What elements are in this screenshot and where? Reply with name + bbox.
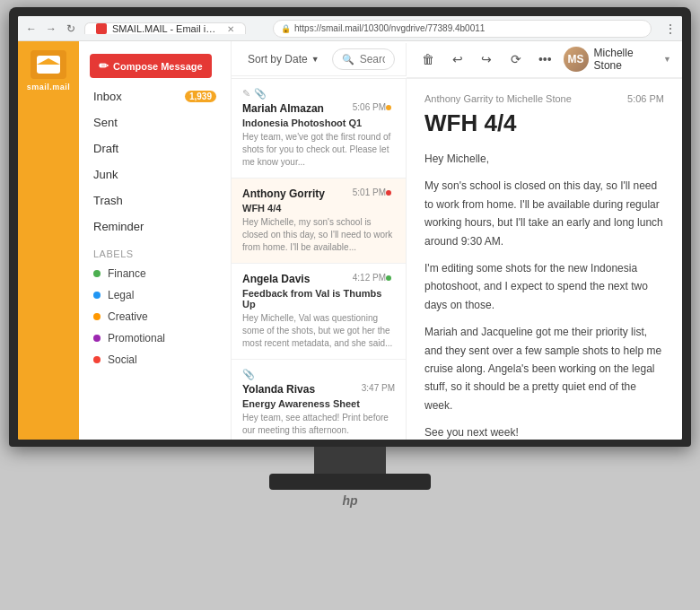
label-social[interactable]: Social [79, 349, 231, 370]
email-view-toolbar: 🗑 ↩ ↪ ⟳ ••• MS Michelle Stone ▼ [407, 41, 682, 78]
email-view-time: 5:06 PM [627, 93, 664, 104]
time-0: 5:06 PM [353, 102, 386, 112]
email-list: ✎ 📎 Mariah Almazan 5:06 PM Indonesia Pho… [232, 79, 407, 440]
sort-label: Sort by Date [248, 53, 308, 65]
sidebar-item-draft[interactable]: Draft [79, 135, 231, 161]
finance-dot [93, 270, 101, 277]
monitor-foot [269, 474, 431, 490]
compose-area: ✏ Compose Message [79, 48, 231, 83]
user-name: Michelle Stone [594, 47, 658, 72]
search-box[interactable]: 🔍 [332, 48, 395, 70]
monitor-neck [314, 447, 386, 474]
sidebar-item-trash[interactable]: Trash [79, 187, 231, 214]
label-legal[interactable]: Legal [79, 284, 231, 306]
sender-3: Yolanda Rivas [242, 383, 358, 396]
back-btn[interactable]: ← [23, 21, 39, 37]
more-button[interactable]: ••• [534, 48, 556, 71]
finance-label: Finance [108, 267, 146, 280]
body-line-2: I'm editing some shots for the new Indon… [424, 259, 664, 314]
email-subject-main: WFH 4/4 [424, 109, 664, 137]
from-to-label: Anthony Garrity to Michelle Stone [424, 93, 572, 104]
tab-close-btn[interactable]: ✕ [227, 24, 234, 34]
body-line-3: Mariah and Jacqueline got me their prior… [424, 323, 664, 414]
compose-button[interactable]: ✏ Compose Message [90, 54, 212, 78]
email-item-3[interactable]: 📎 Yolanda Rivas 3:47 PM Energy Awareness… [232, 360, 406, 440]
time-3: 3:47 PM [362, 383, 395, 393]
promotional-dot [93, 335, 101, 342]
brand-name: smail.mail [27, 83, 71, 92]
address-bar[interactable]: 🔒 https://smail.mail/10300/nvgdrive/7738… [273, 20, 652, 38]
sidebar-item-junk[interactable]: Junk [79, 161, 231, 187]
user-area[interactable]: MS Michelle Stone ▼ [564, 47, 671, 72]
preview-3: Hey team, see attached! Print before our… [242, 412, 395, 437]
delete-button[interactable]: 🗑 [417, 48, 440, 71]
label-creative[interactable]: Creative [79, 306, 231, 327]
inbox-badge: 1,939 [185, 91, 216, 102]
user-avatar: MS [564, 47, 589, 72]
email-list-toolbar: Sort by Date ▼ 🔍 [232, 43, 407, 76]
subject-0: Indonesia Photoshoot Q1 [242, 118, 395, 128]
time-1: 5:01 PM [353, 187, 386, 197]
creative-dot [93, 313, 101, 320]
social-dot [93, 356, 101, 363]
preview-0: Hey team, we've got the first round of s… [242, 131, 395, 169]
sidebar-item-sent[interactable]: Sent [79, 109, 231, 135]
preview-1: Hey Michelle, my son's school is closed … [242, 216, 395, 254]
creative-label: Creative [108, 310, 148, 323]
search-icon: 🔍 [342, 54, 354, 65]
refresh-btn[interactable]: ↻ [63, 21, 79, 37]
legal-label: Legal [108, 289, 134, 301]
label-promotional[interactable]: Promotional [79, 327, 231, 349]
sender-1: Anthony Gorrity [242, 187, 349, 200]
time-2: 4:12 PM [353, 273, 386, 283]
email-meta: Anthony Garrity to Michelle Stone 5:06 P… [424, 93, 664, 104]
secure-icon: 🔒 [281, 24, 291, 33]
attachment-icon: 📎 [254, 88, 267, 100]
labels-section-title: Labels [79, 240, 231, 263]
tab-title: SMAIL.MAIL - Email inb... [112, 23, 218, 34]
email-item-0[interactable]: ✎ 📎 Mariah Almazan 5:06 PM Indonesia Pho… [232, 79, 406, 179]
sort-button[interactable]: Sort by Date ▼ [242, 49, 325, 69]
sender-2: Angela Davis [242, 273, 349, 285]
reminder-label: Reminder [93, 220, 144, 233]
sort-chevron-icon: ▼ [311, 55, 319, 64]
avatar-image: MS [564, 47, 589, 72]
forward-btn[interactable]: → [43, 21, 59, 37]
subject-2: Feedback from Val is Thumbs Up [242, 288, 395, 309]
trash-label: Trash [93, 194, 123, 207]
browser-menu[interactable]: ⋮ [659, 22, 682, 36]
address-url: https://smail.mail/10300/nvgdrive/77389.… [294, 23, 485, 33]
sidebar-item-inbox[interactable]: Inbox 1,939 [79, 83, 231, 109]
compose-label: Compose Message [113, 61, 203, 72]
email-view-pane: Anthony Garrity to Michelle Stone 5:06 P… [407, 79, 682, 440]
unread-dot-1 [386, 190, 391, 196]
sidebar-item-reminder[interactable]: Reminder [79, 214, 231, 240]
sidebar-nav: ✏ Compose Message Inbox 1,939 Sent Draft [79, 41, 232, 440]
unread-dot-2 [386, 275, 391, 281]
search-input[interactable] [360, 53, 385, 65]
email-item-1[interactable]: Anthony Gorrity 5:01 PM WFH 4/4 Hey Mich… [232, 179, 406, 264]
compose-icon: ✏ [99, 59, 109, 73]
user-chevron-icon: ▼ [663, 55, 671, 64]
body-line-4: See you next week! [424, 423, 664, 440]
body-line-1: My son's school is closed on this day, s… [424, 177, 664, 250]
redo-button[interactable]: ↪ [476, 48, 498, 71]
sender-0: Mariah Almazan [242, 102, 349, 115]
sync-button[interactable]: ⟳ [505, 48, 528, 71]
label-finance[interactable]: Finance [79, 263, 231, 284]
sent-label: Sent [93, 116, 118, 129]
draft-label: Draft [93, 142, 118, 155]
brand-logo [31, 50, 66, 79]
promotional-label: Promotional [108, 332, 165, 344]
social-label: Social [108, 353, 137, 366]
hp-logo: hp [342, 493, 357, 508]
undo-button[interactable]: ↩ [447, 48, 469, 71]
body-line-0: Hey Michelle, [424, 150, 664, 168]
browser-tab[interactable]: SMAIL.MAIL - Email inb... ✕ [84, 22, 246, 34]
unread-dot-0 [386, 105, 391, 110]
subject-1: WFH 4/4 [242, 203, 395, 214]
email-item-2[interactable]: Angela Davis 4:12 PM Feedback from Val i… [232, 264, 406, 360]
subject-3: Energy Awareness Sheet [242, 398, 395, 409]
brand-sidebar: smail.mail [18, 41, 79, 440]
junk-label: Junk [93, 168, 118, 181]
